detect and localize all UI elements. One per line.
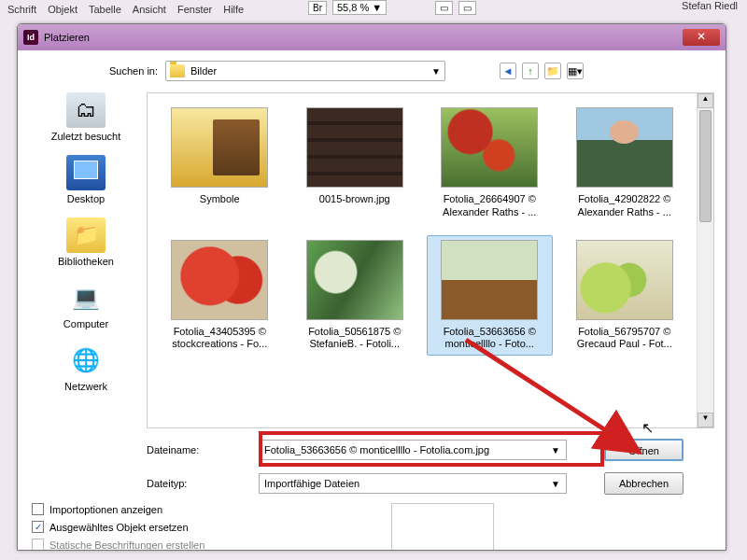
menu-objekt[interactable]: Objekt	[48, 4, 78, 15]
current-folder: Bilder	[190, 65, 217, 77]
checkbox-box	[32, 539, 44, 551]
scroll-thumb[interactable]	[699, 110, 712, 222]
filename-label: Dateiname:	[147, 444, 259, 455]
up-icon[interactable]: ↑	[522, 63, 539, 79]
checkbox-box: ✓	[32, 521, 44, 533]
file-item[interactable]: Fotolia_53663656 © monticellllo - Foto..…	[427, 235, 553, 357]
sidebar-network[interactable]: Netzwerk	[25, 343, 147, 392]
sidebar-computer[interactable]: Computer	[25, 280, 147, 329]
searchin-combo[interactable]: Bilder ▼	[165, 61, 445, 81]
thumbnail	[576, 240, 673, 320]
file-caption: Fotolia_50561875 © StefanieB. - Fotoli..…	[295, 326, 416, 352]
dialog-title: Platzieren	[44, 32, 90, 43]
sidebar-libraries[interactable]: Bibliotheken	[25, 217, 147, 267]
scroll-down-icon[interactable]: ▼	[698, 413, 713, 427]
zoom-display[interactable]: 55,8 % ▼	[332, 0, 387, 15]
file-item[interactable]: Fotolia_50561875 © StefanieB. - Fotoli..…	[292, 235, 418, 357]
file-item[interactable]: Fotolia_56795707 © Grecaud Paul - Fot...	[562, 235, 688, 357]
app-icon: Id	[23, 30, 38, 45]
chevron-down-icon: ▼	[431, 66, 441, 77]
folder-icon	[170, 64, 185, 77]
desktop-icon	[66, 155, 106, 190]
thumbnail	[441, 240, 538, 320]
filename-input[interactable]: Fotolia_53663656 © monticellllo - Fotoli…	[259, 440, 567, 460]
file-caption: Fotolia_53663656 © monticellllo - Foto..…	[430, 326, 550, 352]
file-item[interactable]: Symbole	[157, 103, 283, 224]
chevron-down-icon: ▼	[551, 479, 560, 489]
libraries-icon	[66, 217, 106, 253]
checkbox-static[interactable]: Statische Beschriftungen erstellen	[32, 539, 204, 551]
preview-box	[391, 503, 494, 551]
file-caption: Symbole	[160, 193, 280, 206]
checkbox-importoptions[interactable]: Importoptionen anzeigen	[32, 503, 204, 515]
file-caption: 0015-brown.jpg	[295, 193, 416, 206]
recent-icon	[66, 92, 106, 128]
file-area: Symbole0015-brown.jpgFotolia_26664907 © …	[147, 92, 714, 428]
thumbnail	[171, 107, 268, 188]
checkbox-box	[32, 503, 44, 515]
sidebar: Zuletzt besucht Desktop Bibliotheken Com…	[25, 92, 147, 550]
file-item[interactable]: Fotolia_42902822 © Alexander Raths - ...	[562, 103, 688, 224]
menu-tabelle[interactable]: Tabelle	[89, 4, 121, 15]
cancel-button[interactable]: Abbrechen	[604, 472, 684, 495]
file-item[interactable]: Fotolia_43405395 © stockcreations - Fo..…	[157, 235, 283, 357]
sidebar-recent[interactable]: Zuletzt besucht	[25, 92, 147, 142]
user-label: Stefan Riedl	[682, 0, 738, 11]
thumbnail	[306, 240, 403, 320]
back-icon[interactable]: ◄	[500, 63, 516, 79]
views-icon[interactable]: ▦ ▾	[567, 63, 584, 79]
titlebar[interactable]: Id Platzieren ✕	[18, 24, 726, 50]
menubar: Schrift Objekt Tabelle Ansicht Fenster H…	[0, 0, 244, 19]
viewmode-icon[interactable]: ▭	[458, 1, 476, 15]
file-caption: Fotolia_26664907 © Alexander Raths - ...	[430, 193, 550, 219]
thumbnail	[441, 107, 538, 188]
scroll-up-icon[interactable]: ▲	[698, 93, 713, 108]
menu-hilfe[interactable]: Hilfe	[223, 4, 244, 15]
file-caption: Fotolia_42902822 © Alexander Raths - ...	[565, 193, 685, 219]
network-icon	[66, 343, 106, 378]
file-caption: Fotolia_56795707 © Grecaud Paul - Fot...	[565, 326, 685, 352]
file-grid: Symbole0015-brown.jpgFotolia_26664907 © …	[157, 103, 687, 427]
filetype-label: Dateityp:	[147, 478, 259, 489]
fields: Dateiname: Fotolia_53663656 © monticelll…	[147, 438, 714, 505]
newfolder-icon[interactable]: 📁	[544, 63, 561, 79]
thumbnail	[171, 240, 268, 320]
searchin-label: Suchen in:	[74, 65, 158, 77]
computer-icon	[66, 280, 106, 315]
nav-row: Suchen in: Bilder ▼ ◄ ↑ 📁 ▦ ▾	[74, 60, 698, 82]
screenmode-icon[interactable]: ▭	[435, 1, 453, 15]
file-item[interactable]: Fotolia_26664907 © Alexander Raths - ...	[427, 103, 553, 224]
thumbnail	[306, 107, 403, 188]
chevron-down-icon: ▼	[551, 445, 560, 455]
thumbnail	[576, 107, 673, 188]
menu-ansicht[interactable]: Ansicht	[133, 4, 166, 15]
filetype-select[interactable]: Importfähige Dateien ▼	[259, 473, 567, 494]
checkbox-replace[interactable]: ✓ Ausgewähltes Objekt ersetzen	[32, 521, 204, 533]
close-button[interactable]: ✕	[683, 29, 720, 46]
place-dialog: Id Platzieren ✕ Suchen in: Bilder ▼ ◄ ↑ …	[17, 23, 726, 551]
file-caption: Fotolia_43405395 © stockcreations - Fo..…	[160, 326, 280, 352]
menu-schrift[interactable]: Schrift	[7, 4, 36, 15]
bridge-button[interactable]: Br	[308, 1, 327, 15]
open-button[interactable]: Öffnen	[604, 439, 684, 461]
file-item[interactable]: 0015-brown.jpg	[292, 103, 418, 224]
menu-fenster[interactable]: Fenster	[177, 4, 212, 15]
toolbar: Br 55,8 % ▼ ▭ ▭	[308, 0, 476, 15]
options: Importoptionen anzeigen ✓ Ausgewähltes O…	[32, 503, 204, 551]
scrollbar[interactable]: ▲ ▼	[697, 93, 713, 427]
sidebar-desktop[interactable]: Desktop	[25, 155, 147, 204]
